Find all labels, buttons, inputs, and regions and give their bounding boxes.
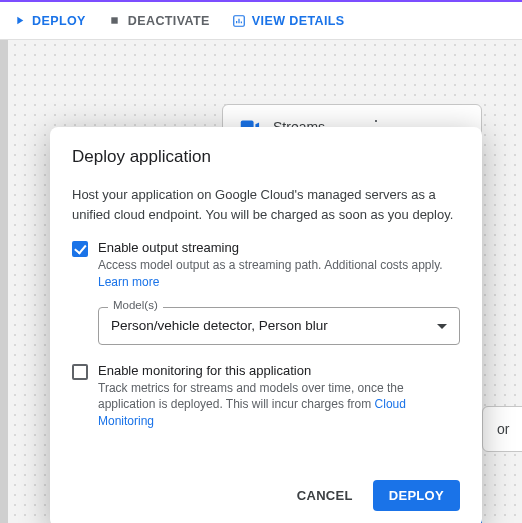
option-output-streaming: Enable output streaming Access model out… bbox=[72, 240, 460, 291]
chevron-down-icon bbox=[437, 324, 447, 334]
svg-rect-0 bbox=[112, 17, 118, 23]
chart-icon bbox=[232, 14, 246, 28]
toolbar: DEPLOY DEACTIVATE VIEW DETAILS bbox=[0, 2, 522, 40]
dialog-actions: CANCEL DEPLOY bbox=[72, 480, 460, 511]
learn-more-link[interactable]: Learn more bbox=[98, 275, 159, 289]
models-select[interactable]: Person/vehicle detector, Person blur bbox=[98, 307, 460, 345]
node-partial-label: or bbox=[497, 421, 509, 437]
deploy-toolbar-button[interactable]: DEPLOY bbox=[12, 14, 86, 28]
models-field: Model(s) Person/vehicle detector, Person… bbox=[98, 307, 460, 345]
view-details-label: VIEW DETAILS bbox=[252, 14, 345, 28]
side-rail bbox=[0, 40, 8, 523]
deactivate-toolbar-button[interactable]: DEACTIVATE bbox=[108, 14, 210, 28]
cancel-button[interactable]: CANCEL bbox=[287, 480, 363, 511]
dialog-title: Deploy application bbox=[72, 147, 460, 167]
output-streaming-label: Enable output streaming bbox=[98, 240, 460, 255]
monitoring-label: Enable monitoring for this application bbox=[98, 363, 460, 378]
view-details-toolbar-button[interactable]: VIEW DETAILS bbox=[232, 14, 345, 28]
node-partial-right[interactable]: or bbox=[482, 406, 522, 452]
deploy-button[interactable]: DEPLOY bbox=[373, 480, 460, 511]
monitoring-sublabel: Track metrics for streams and models ove… bbox=[98, 380, 460, 430]
option-monitoring: Enable monitoring for this application T… bbox=[72, 363, 460, 430]
stop-icon bbox=[108, 14, 122, 28]
deploy-dialog: Deploy application Host your application… bbox=[50, 127, 482, 523]
deploy-toolbar-label: DEPLOY bbox=[32, 14, 86, 28]
models-field-label: Model(s) bbox=[108, 299, 163, 311]
deactivate-toolbar-label: DEACTIVATE bbox=[128, 14, 210, 28]
output-streaming-sublabel: Access model output as a streaming path.… bbox=[98, 257, 460, 291]
models-select-value: Person/vehicle detector, Person blur bbox=[111, 318, 328, 333]
monitoring-checkbox[interactable] bbox=[72, 364, 88, 380]
output-streaming-checkbox[interactable] bbox=[72, 241, 88, 257]
play-icon bbox=[12, 14, 26, 28]
dialog-description: Host your application on Google Cloud's … bbox=[72, 185, 460, 224]
